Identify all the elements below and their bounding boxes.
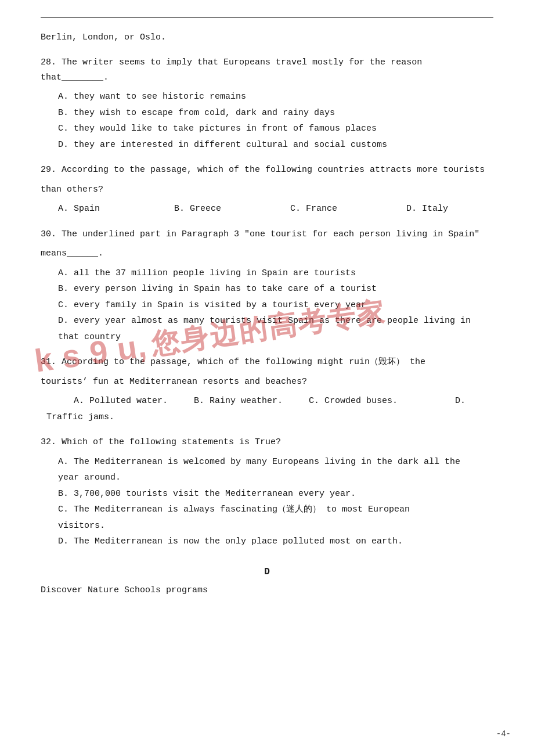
question-29: 29. According to the passage, which of t…: [41, 163, 493, 217]
section-d: D Discover Nature Schools programs: [41, 567, 493, 598]
q32-body: Which of the following statements is Tru…: [62, 437, 281, 447]
q30-optA: A. all the 37 million people living in S…: [58, 266, 493, 281]
q32-optA2: year around.: [58, 470, 493, 485]
q31-number: 31.: [41, 357, 56, 367]
q30-optD2: that country: [58, 330, 493, 345]
q32-optC2: visitors.: [58, 519, 493, 534]
q29-optA: A. Spain: [58, 201, 145, 217]
q29-options-row: A. Spain B. Greece C. France D. Italy: [58, 201, 493, 217]
q31-optD-extra: Traffic jams.: [46, 410, 493, 425]
top-divider: [41, 17, 493, 18]
q32-number: 32.: [41, 437, 56, 447]
q30-body: The underlined part in Paragraph 3 "one …: [62, 229, 479, 239]
question-32: 32. Which of the following statements is…: [41, 435, 493, 549]
question-28: 28. The writer seems to imply that Europ…: [41, 55, 493, 152]
q28-optA: A. they want to see historic remains: [58, 89, 493, 105]
q28-optB: B. they wish to escape from cold, dark a…: [58, 106, 493, 121]
intro-line: Berlin, London, or Oslo.: [41, 31, 493, 45]
q29-number: 29.: [41, 165, 56, 175]
q28-text: 28. The writer seems to imply that Europ…: [41, 55, 493, 85]
q30-text: 30. The underlined part in Paragraph 3 "…: [41, 227, 493, 242]
q30-optB: B. every person living in Spain has to t…: [58, 282, 493, 297]
q28-number: 28.: [41, 57, 56, 67]
question-31: 31. According to the passage, which of t…: [41, 355, 493, 424]
section-d-label: D: [41, 567, 493, 577]
q32-optC: C. The Mediterranean is always fascinati…: [58, 502, 493, 517]
q32-optA: A. The Mediterranean is welcomed by many…: [58, 455, 493, 470]
q31-text: 31. According to the passage, which of t…: [41, 355, 493, 370]
question-30: 30. The underlined part in Paragraph 3 "…: [41, 227, 493, 345]
q29-optB: B. Greece: [174, 201, 261, 217]
q30-text2: means______.: [41, 246, 493, 261]
q31-text2: tourists’ fun at Mediterranean resorts a…: [41, 375, 493, 390]
q30-optC: C. every family in Spain is visited by a…: [58, 298, 493, 313]
section-d-text: Discover Nature Schools programs: [41, 583, 493, 598]
q28-optD: D. they are interested in different cult…: [58, 138, 493, 153]
q28-optC: C. they would like to take pictures in f…: [58, 121, 493, 136]
q32-text: 32. Which of the following statements is…: [41, 435, 493, 450]
q29-body: According to the passage, which of the f…: [62, 165, 485, 175]
q30-optD: D. every year almost as many tourists vi…: [58, 314, 493, 329]
q29-text2: than others?: [41, 182, 493, 197]
q29-text: 29. According to the passage, which of t…: [41, 163, 493, 178]
q32-optD: D. The Mediterranean is now the only pla…: [58, 534, 493, 549]
q30-number: 30.: [41, 229, 56, 239]
page-number: -4-: [496, 729, 511, 739]
q32-optB: B. 3,700,000 tourists visit the Mediterr…: [58, 487, 493, 502]
page-container: Berlin, London, or Oslo. 28. The writer …: [0, 0, 534, 756]
q28-body: The writer seems to imply that Europeans…: [41, 57, 422, 82]
q29-optC: C. France: [290, 201, 377, 217]
q29-optD: D. Italy: [406, 201, 493, 217]
q31-opts-row: A. Polluted water. B. Rainy weather. C. …: [58, 394, 493, 409]
q31-body: According to the passage, which of the f…: [62, 357, 425, 367]
